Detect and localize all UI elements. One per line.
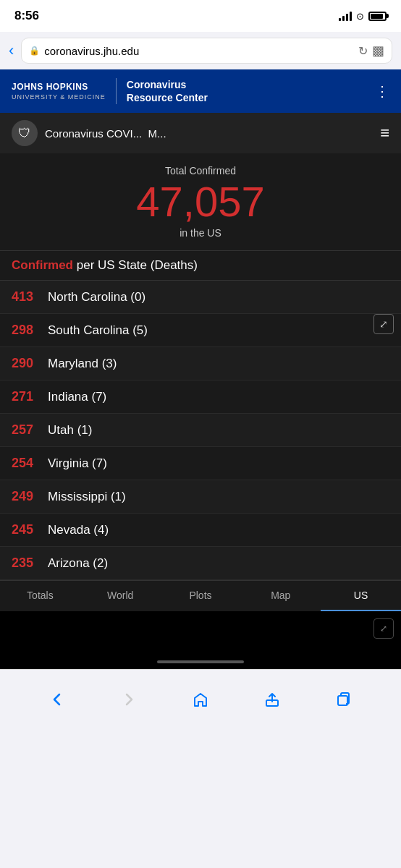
- tab-us[interactable]: US: [321, 581, 401, 611]
- confirmed-label: Confirmed: [12, 258, 73, 272]
- share-button[interactable]: [264, 692, 280, 707]
- jhu-logo-text-block: JOHNS HOPKINS UNIVERSITY & MEDICINE: [12, 82, 106, 101]
- state-name: Indiana (7): [48, 390, 106, 404]
- table-row: 249 Mississippi (1): [0, 480, 401, 514]
- total-confirmed-section: Total Confirmed 47,057 in the US: [0, 153, 401, 251]
- tab-world[interactable]: World: [80, 581, 161, 611]
- tabs-button[interactable]: [336, 692, 352, 707]
- state-name: Utah (1): [48, 423, 92, 438]
- table-row: 245 Nevada (4): [0, 514, 401, 547]
- table-row: 413 North Carolina (0): [0, 281, 401, 314]
- state-count: 298: [12, 323, 48, 338]
- tab-plots[interactable]: Plots: [161, 581, 241, 611]
- below-tabs-area: ⤢: [0, 611, 401, 669]
- status-icons: ⊙: [339, 11, 387, 22]
- state-name: North Carolina (0): [48, 290, 145, 305]
- site-logo-group: 🛡 Coronavirus COVI... M...: [12, 120, 166, 146]
- expand-button-bottom[interactable]: ⤢: [373, 618, 394, 639]
- status-time: 8:56: [14, 9, 39, 23]
- site-nav-title: Coronavirus COVI... M...: [45, 127, 166, 140]
- header-divider: [116, 78, 117, 104]
- scroll-indicator: [157, 660, 244, 663]
- url-text: coronavirus.jhu.edu: [44, 45, 354, 57]
- jhu-branding: JOHNS HOPKINS UNIVERSITY & MEDICINE Coro…: [12, 78, 208, 104]
- state-name: South Carolina (5): [48, 323, 148, 338]
- site-name: Coronavirus Resource Center: [127, 78, 208, 104]
- state-name: Virginia (7): [48, 456, 107, 471]
- state-name: Nevada (4): [48, 523, 109, 537]
- state-count: 235: [12, 556, 48, 571]
- state-name: Mississippi (1): [48, 490, 126, 504]
- state-count: 271: [12, 389, 48, 404]
- battery-icon: [368, 12, 387, 21]
- address-bar[interactable]: 🔒 coronavirus.jhu.edu ↻ ▩: [21, 38, 392, 64]
- table-row: 235 Arizona (2): [0, 547, 401, 580]
- state-count: 254: [12, 456, 48, 471]
- state-name: Maryland (3): [48, 357, 117, 371]
- state-count: 290: [12, 356, 48, 371]
- refresh-icon[interactable]: ↻: [358, 44, 368, 58]
- browser-back-button[interactable]: [49, 692, 65, 707]
- table-row: 298 South Carolina (5): [0, 314, 401, 347]
- shield-logo: 🛡: [12, 120, 38, 146]
- table-row: 257 Utah (1): [0, 414, 401, 447]
- total-confirmed-number: 47,057: [12, 181, 389, 223]
- lock-icon: 🔒: [29, 46, 40, 56]
- browser-forward-button[interactable]: [121, 692, 137, 707]
- state-count: 245: [12, 522, 48, 537]
- total-confirmed-label: Total Confirmed: [12, 165, 389, 176]
- table-row: 290 Maryland (3): [0, 347, 401, 380]
- state-list: 413 North Carolina (0) 298 South Carolin…: [0, 281, 401, 580]
- university-name: JOHNS HOPKINS: [12, 82, 106, 93]
- site-nav: 🛡 Coronavirus COVI... M... ≡: [0, 113, 401, 153]
- hamburger-menu[interactable]: ≡: [380, 124, 389, 142]
- expand-button-top[interactable]: ⤢: [373, 314, 394, 334]
- back-button[interactable]: ‹: [9, 41, 14, 60]
- home-button[interactable]: [193, 692, 208, 707]
- browser-bar: ‹ 🔒 coronavirus.jhu.edu ↻ ▩: [0, 32, 401, 69]
- table-row: 254 Virginia (7): [0, 447, 401, 480]
- tab-totals[interactable]: Totals: [0, 581, 80, 611]
- main-content: ⤢ Total Confirmed 47,057 in the US Confi…: [0, 153, 401, 669]
- state-count: 413: [12, 289, 48, 305]
- jhu-header: JOHNS HOPKINS UNIVERSITY & MEDICINE Coro…: [0, 69, 401, 113]
- bottom-tabs: Totals World Plots Map US: [0, 580, 401, 611]
- status-bar: 8:56 ⊙: [0, 0, 401, 32]
- tab-map[interactable]: Map: [240, 581, 321, 611]
- phone-bottom-nav: [0, 669, 401, 729]
- state-count: 257: [12, 422, 48, 438]
- table-row: 271 Indiana (7): [0, 380, 401, 414]
- state-name: Arizona (2): [48, 556, 108, 571]
- state-list-title: Confirmed per US State (Deaths): [12, 258, 389, 273]
- total-confirmed-sublabel: in the US: [12, 227, 389, 239]
- university-subtitle: UNIVERSITY & MEDICINE: [12, 93, 106, 101]
- bookmark-icon[interactable]: ▩: [372, 43, 384, 59]
- state-count: 249: [12, 489, 48, 504]
- state-list-header: Confirmed per US State (Deaths): [0, 251, 401, 281]
- header-menu-button[interactable]: ⋮: [375, 82, 389, 100]
- signal-icon: [339, 11, 352, 21]
- wifi-icon: ⊙: [356, 11, 364, 22]
